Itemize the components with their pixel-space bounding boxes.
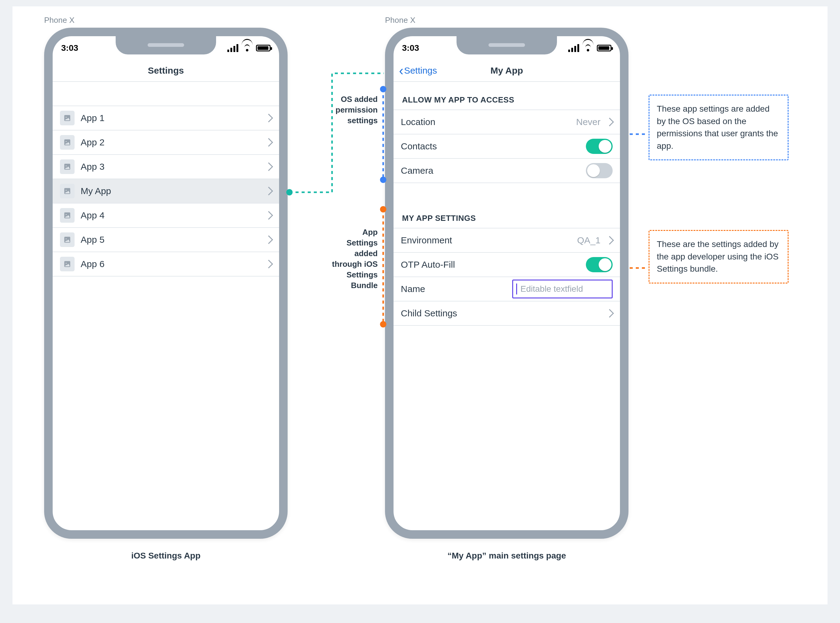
anno-os-permissions: OS added permission settings bbox=[308, 94, 378, 126]
app-row-label: My App bbox=[81, 186, 260, 196]
app-icon bbox=[60, 111, 75, 125]
chevron-right-icon bbox=[264, 260, 273, 268]
row-child-settings[interactable]: Child Settings bbox=[393, 301, 620, 326]
app-row-selected[interactable]: My App bbox=[53, 179, 279, 204]
app-row-label: App 2 bbox=[81, 137, 260, 147]
app-icon bbox=[60, 184, 75, 198]
back-button[interactable]: ‹ Settings bbox=[399, 65, 437, 76]
callout-bundle-settings: These are the settings added by the app … bbox=[648, 230, 789, 284]
phone-app-settings: 3:03 ‹ Settings My App ALLOW MY APP TO A… bbox=[385, 28, 628, 539]
row-label: Name bbox=[401, 284, 506, 294]
section-header-app-settings: MY APP SETTINGS bbox=[393, 183, 620, 229]
battery-icon bbox=[597, 45, 611, 51]
wifi-icon bbox=[243, 45, 252, 51]
signal-icon bbox=[227, 44, 238, 52]
device-label-1: Phone X bbox=[44, 15, 75, 25]
anno-settings-bundle: App Settings added through iOS Settings … bbox=[308, 227, 378, 291]
section-header-permissions: ALLOW MY APP TO ACCESS bbox=[393, 82, 620, 110]
app-row-label: App 1 bbox=[81, 113, 260, 123]
speaker-slot bbox=[488, 43, 525, 47]
chevron-right-icon bbox=[264, 163, 273, 171]
name-textfield[interactable]: Editable textfield bbox=[512, 279, 613, 298]
table-spacer bbox=[53, 82, 279, 106]
chevron-right-icon bbox=[264, 114, 273, 122]
app-row[interactable]: App 6 bbox=[53, 252, 279, 276]
app-icon bbox=[60, 257, 75, 272]
placeholder-text: Editable textfield bbox=[521, 284, 583, 294]
apps-list: App 1 App 2 App 3 My App App 4 bbox=[53, 106, 279, 276]
row-location[interactable]: Location Never bbox=[393, 110, 620, 135]
app-row-label: App 4 bbox=[81, 210, 260, 221]
notch bbox=[456, 35, 557, 54]
chevron-right-icon bbox=[264, 138, 273, 147]
nav-bar: ‹ Settings My App bbox=[393, 60, 620, 82]
row-value: QA_1 bbox=[577, 235, 600, 246]
row-label: Camera bbox=[401, 166, 580, 176]
row-camera[interactable]: Camera bbox=[393, 159, 620, 183]
device-label-2: Phone X bbox=[385, 15, 415, 25]
row-contacts[interactable]: Contacts bbox=[393, 135, 620, 159]
row-label: Location bbox=[401, 117, 570, 127]
app-row-label: App 3 bbox=[81, 161, 260, 172]
row-name[interactable]: Name Editable textfield bbox=[393, 277, 620, 301]
app-row[interactable]: App 5 bbox=[53, 228, 279, 252]
row-environment[interactable]: Environment QA_1 bbox=[393, 229, 620, 253]
app-row[interactable]: App 3 bbox=[53, 155, 279, 179]
row-label: OTP Auto-Fill bbox=[401, 259, 580, 270]
nav-title: My App bbox=[490, 65, 523, 76]
row-label: Contacts bbox=[401, 141, 580, 152]
toggle-contacts[interactable] bbox=[586, 139, 613, 154]
speaker-slot bbox=[147, 43, 184, 47]
chevron-right-icon bbox=[605, 118, 614, 126]
chevron-right-icon bbox=[264, 235, 273, 244]
app-icon bbox=[60, 160, 75, 174]
app-icon bbox=[60, 208, 75, 222]
chevron-right-icon bbox=[605, 236, 614, 245]
toggle-camera[interactable] bbox=[586, 163, 613, 178]
toggle-otp[interactable] bbox=[586, 257, 613, 272]
diagram-canvas: Phone X 3:03 Settings App 1 App 2 bbox=[12, 6, 828, 605]
app-icon bbox=[60, 135, 75, 150]
callout-os-settings: These app settings are added by the OS b… bbox=[648, 95, 789, 160]
row-label: Environment bbox=[401, 235, 571, 246]
app-row-label: App 6 bbox=[81, 259, 260, 269]
back-label: Settings bbox=[404, 65, 437, 76]
app-row[interactable]: App 2 bbox=[53, 130, 279, 155]
app-icon bbox=[60, 232, 75, 247]
phone1-caption: iOS Settings App bbox=[44, 551, 288, 561]
phone2-caption: “My App” main settings page bbox=[385, 551, 628, 561]
status-time: 3:03 bbox=[61, 43, 78, 53]
wifi-icon bbox=[584, 45, 593, 51]
row-value: Never bbox=[576, 117, 600, 127]
notch bbox=[116, 35, 216, 54]
nav-title: Settings bbox=[148, 65, 184, 76]
app-row-label: App 5 bbox=[81, 235, 260, 245]
row-otp[interactable]: OTP Auto-Fill bbox=[393, 253, 620, 277]
app-row[interactable]: App 4 bbox=[53, 204, 279, 228]
nav-bar: Settings bbox=[53, 60, 279, 82]
phone-settings-app: 3:03 Settings App 1 App 2 bbox=[44, 28, 288, 539]
chevron-right-icon bbox=[264, 211, 273, 219]
chevron-right-icon bbox=[605, 309, 614, 318]
battery-icon bbox=[256, 45, 270, 51]
signal-icon bbox=[568, 44, 579, 52]
status-time: 3:03 bbox=[402, 43, 419, 53]
row-label: Child Settings bbox=[401, 308, 600, 319]
app-row[interactable]: App 1 bbox=[53, 106, 279, 130]
chevron-right-icon bbox=[264, 187, 273, 195]
